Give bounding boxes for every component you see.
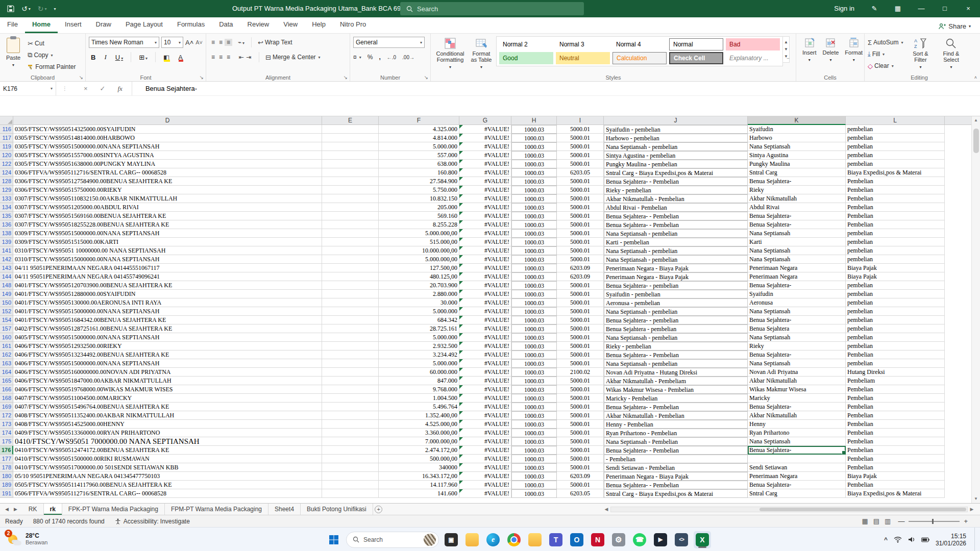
- cell[interactable]: 5000.01: [557, 481, 604, 489]
- cell[interactable]: [322, 255, 379, 264]
- wrap-text-button[interactable]: ↩Wrap Text: [258, 39, 292, 46]
- cell[interactable]: #VALUE!: [459, 168, 511, 177]
- cell[interactable]: [945, 481, 971, 489]
- cell[interactable]: pembelian: [846, 359, 945, 368]
- style-normal2[interactable]: Normal 2: [499, 38, 553, 51]
- cell[interactable]: 1000.03: [511, 151, 557, 160]
- row-header[interactable]: 189: [0, 481, 13, 489]
- cell[interactable]: [945, 411, 971, 420]
- cell[interactable]: #VALUE!: [459, 151, 511, 160]
- row-header[interactable]: 176: [0, 446, 13, 455]
- cell[interactable]: 5.000.000,00: [379, 229, 459, 238]
- redo-icon[interactable]: ↻▾: [38, 5, 47, 13]
- cell[interactable]: [945, 238, 971, 246]
- cell[interactable]: Novan Adi Priyatna - Hutang Direksi: [604, 368, 748, 377]
- cell[interactable]: 0410/FTSCY/WS950517000000.00 501SENDI SE…: [13, 463, 322, 472]
- cell[interactable]: [322, 177, 379, 186]
- cell[interactable]: [945, 377, 971, 385]
- style-normal4[interactable]: Normal 4: [612, 38, 667, 51]
- cell[interactable]: #VALUE!: [459, 403, 511, 411]
- cell[interactable]: 0402/FTSCY/WS9505128725161.00BENUA SEJAH…: [13, 324, 322, 333]
- cell[interactable]: Benua Sejahtera-: [748, 220, 846, 229]
- cell[interactable]: #VALUE!: [459, 186, 511, 194]
- cell[interactable]: Sntral Carg: [748, 168, 846, 177]
- cell[interactable]: #VALUE!: [459, 272, 511, 281]
- row-header[interactable]: 175: [0, 437, 13, 446]
- cell[interactable]: Nana Septiansah: [748, 359, 846, 368]
- cell[interactable]: 1000.03: [511, 385, 557, 394]
- cell[interactable]: [945, 246, 971, 255]
- cell[interactable]: 205.000: [379, 203, 459, 212]
- cell[interactable]: #VALUE!: [459, 194, 511, 203]
- column-header-I[interactable]: I: [557, 116, 604, 125]
- cell[interactable]: Nana Septiansah: [748, 437, 846, 446]
- cell[interactable]: [322, 377, 379, 385]
- cell[interactable]: [945, 429, 971, 437]
- task-view-icon[interactable]: ▣: [443, 531, 460, 548]
- cancel-icon[interactable]: ×: [84, 85, 88, 92]
- cell[interactable]: 0307/FTSCY/WS95051205000.00ABDUL RIVAI: [13, 203, 322, 212]
- row-header[interactable]: 166: [0, 385, 13, 394]
- cell[interactable]: 5.496.764: [379, 403, 459, 411]
- cell[interactable]: 5000.01: [557, 455, 604, 463]
- new-sheet-button[interactable]: +: [373, 504, 384, 515]
- cell[interactable]: [945, 368, 971, 377]
- cell[interactable]: 557.000: [379, 151, 459, 160]
- cell[interactable]: Maricky: [748, 394, 846, 403]
- cell[interactable]: - Pembelian: [604, 455, 748, 463]
- cell[interactable]: [945, 385, 971, 394]
- cell[interactable]: [322, 455, 379, 463]
- row-header[interactable]: 154: [0, 316, 13, 324]
- excel-icon[interactable]: X: [694, 531, 711, 548]
- cell[interactable]: Henny - Pembelian: [604, 420, 748, 429]
- cell[interactable]: 5000.01: [557, 446, 604, 455]
- cell[interactable]: 5000.01: [557, 420, 604, 429]
- column-header-G[interactable]: G: [459, 116, 511, 125]
- cell[interactable]: pembelian: [846, 333, 945, 342]
- cell[interactable]: 0305/FTSCY/WS950515000000.00NANA SEPTIAN…: [13, 142, 322, 151]
- cell[interactable]: 1000.03: [511, 160, 557, 168]
- underline-button[interactable]: U: [113, 53, 125, 62]
- cell[interactable]: Novan Adi Priyatna: [748, 368, 846, 377]
- close-button[interactable]: ×: [957, 0, 980, 17]
- cell[interactable]: Benua Sejahtera-: [748, 212, 846, 220]
- cell[interactable]: 5000.01: [557, 255, 604, 264]
- row-header[interactable]: 120: [0, 151, 13, 160]
- cell[interactable]: 0410/FTSCY/WS950512474172.00BENUA SEJAHT…: [13, 446, 322, 455]
- cell[interactable]: 1000.03: [511, 229, 557, 238]
- style-calculation[interactable]: Calculation: [612, 52, 667, 64]
- cell[interactable]: 0305/FTSCY/WS95051638000.00PUNGKY MAYLIN…: [13, 160, 322, 168]
- row-header[interactable]: 141: [0, 246, 13, 255]
- cell[interactable]: pembelian: [846, 290, 945, 298]
- cell[interactable]: [322, 212, 379, 220]
- zoom-in-button[interactable]: +: [964, 517, 968, 525]
- copy-button[interactable]: ⧉Copy: [28, 50, 76, 60]
- cell[interactable]: #VALUE!: [459, 420, 511, 429]
- cell[interactable]: Benua Sejahtera-: [748, 481, 846, 489]
- format-painter-button[interactable]: Format Painter: [28, 62, 76, 72]
- cell[interactable]: 5000.01: [557, 350, 604, 359]
- scroll-up-icon[interactable]: ▲: [974, 116, 978, 124]
- cell[interactable]: Aeronusa: [748, 298, 846, 307]
- cell[interactable]: [322, 298, 379, 307]
- cell[interactable]: [945, 151, 971, 160]
- cell[interactable]: pembelian: [846, 281, 945, 290]
- outlook-icon[interactable]: O: [568, 531, 585, 548]
- row-header[interactable]: 122: [0, 160, 13, 168]
- cell[interactable]: 0408/FTSCY/WS950514525000.00HENNY: [13, 420, 322, 429]
- cell[interactable]: [322, 134, 379, 142]
- cell[interactable]: [322, 194, 379, 203]
- nitro-pdf-icon[interactable]: N: [589, 531, 606, 548]
- cell[interactable]: 5.000.000,00: [379, 255, 459, 264]
- cell[interactable]: #VALUE!: [459, 238, 511, 246]
- cell[interactable]: 0409/FTSCY/WS950513360000.00RYAN PRIHART…: [13, 429, 322, 437]
- cell[interactable]: 1000.03: [511, 220, 557, 229]
- cell[interactable]: 04/11 95051PENERIMAAN NEGARA 04145574909…: [13, 272, 322, 281]
- cell[interactable]: [945, 203, 971, 212]
- sheet-tab-FPM-PT Warna Media Packaging[interactable]: FPM-PT Warna Media Packaging: [165, 504, 268, 515]
- cell[interactable]: [945, 437, 971, 446]
- cell[interactable]: Pembelian: [846, 403, 945, 411]
- font-color-icon[interactable]: A: [176, 53, 185, 62]
- row-header[interactable]: 149: [0, 290, 13, 298]
- cell[interactable]: [748, 455, 846, 463]
